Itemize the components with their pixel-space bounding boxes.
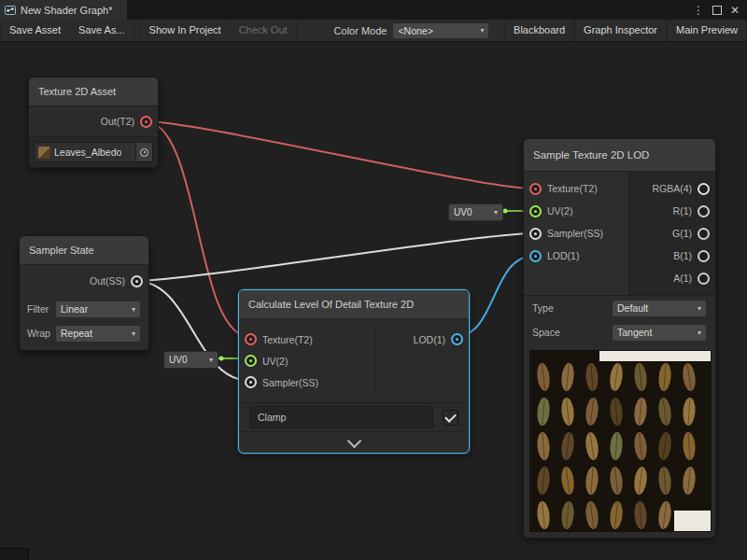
edge-texture-to-sample[interactable]: [145, 121, 534, 189]
port-label-texture: Texture(T2): [262, 334, 313, 345]
port-row: Sampler(SS): [524, 222, 628, 245]
filter-label: Filter: [27, 303, 55, 315]
port-row: B(1): [629, 245, 715, 267]
port-label-out-t2: Out(T2): [101, 116, 134, 127]
output-ports: LOD(1): [374, 329, 469, 393]
shader-graph-icon: [5, 5, 16, 16]
space-label: Space: [532, 327, 612, 338]
input-ports: Texture(T2) UV(2) Sampler(SS): [239, 329, 374, 393]
port-out-lod[interactable]: [451, 333, 463, 345]
type-row: Type Default: [524, 296, 715, 320]
wrap-dropdown[interactable]: Repeat: [55, 325, 141, 343]
port-in-texture[interactable]: [245, 333, 257, 345]
graph-inspector-toggle[interactable]: Graph Inspector: [574, 20, 667, 41]
port-label-out-ss: Out(SS): [90, 275, 125, 287]
node-title: Calculate Level Of Detail Texture 2D: [248, 299, 414, 310]
save-as-button[interactable]: Save As...: [70, 20, 134, 41]
port-label-texture: Texture(T2): [547, 183, 598, 194]
close-icon[interactable]: ✕: [730, 5, 740, 16]
clamp-row: Clamp: [239, 403, 469, 431]
node-header-calculate-lod[interactable]: Calculate Level Of Detail Texture 2D: [239, 290, 469, 319]
window-title: New Shader Graph*: [21, 5, 112, 16]
uv-channel-dropdown-calc[interactable]: UV0: [163, 351, 218, 369]
port-in-texture[interactable]: [529, 183, 542, 195]
port-section: Texture(T2) UV(2) Sampler(SS) LOD(1) RGB…: [524, 172, 715, 296]
kebab-menu-icon[interactable]: ⋮: [693, 5, 704, 16]
port-label-sampler: Sampler(SS): [262, 377, 318, 388]
texture-object-field[interactable]: Leaves_Albedo: [34, 142, 153, 162]
port-in-uv[interactable]: [529, 205, 542, 217]
port-out-b[interactable]: [698, 250, 710, 262]
save-asset-button[interactable]: Save Asset: [0, 20, 70, 41]
window-tab[interactable]: New Shader Graph*: [0, 0, 127, 20]
filter-value: Linear: [61, 303, 88, 315]
port-row: Texture(T2): [524, 177, 628, 200]
node-title: Texture 2D Asset: [38, 86, 116, 97]
port-out-rgba[interactable]: [698, 183, 710, 195]
node-calculate-lod-texture-2d[interactable]: Calculate Level Of Detail Texture 2D Tex…: [238, 289, 470, 454]
chevron-down-icon: [346, 433, 361, 448]
port-row: R(1): [629, 200, 715, 222]
uv-channel-dropdown-sample[interactable]: UV0: [448, 203, 503, 221]
node-header-sampler-state[interactable]: Sampler State: [20, 236, 148, 265]
maximize-icon[interactable]: [712, 6, 722, 15]
texture-name: Leaves_Albedo: [54, 147, 121, 158]
clamp-checkbox[interactable]: [443, 410, 458, 426]
main-preview-toggle[interactable]: Main Preview: [667, 20, 747, 41]
node-title: Sampler State: [29, 245, 94, 256]
uv-wire-dot-sample: [503, 209, 508, 214]
leaves-texture-preview: [530, 351, 711, 531]
clamp-label-well: Clamp: [249, 406, 433, 428]
check-out-button: Check Out: [231, 20, 297, 41]
node-title: Sample Texture 2D LOD: [533, 149, 649, 161]
port-label-g: G(1): [672, 228, 692, 239]
type-dropdown[interactable]: Default: [612, 300, 707, 317]
blackboard-toggle[interactable]: Blackboard: [504, 20, 574, 41]
port-label-r: R(1): [673, 205, 692, 217]
port-out-a[interactable]: [698, 273, 710, 285]
port-label-uv: UV(2): [262, 356, 288, 367]
node-header-sample-lod[interactable]: Sample Texture 2D LOD: [524, 139, 715, 172]
color-mode-label: Color Mode: [329, 25, 393, 36]
port-out-g[interactable]: [698, 228, 710, 240]
port-row: UV(2): [524, 200, 628, 222]
color-mode-value: <None>: [398, 25, 432, 36]
port-row: UV(2): [239, 350, 374, 371]
node-header-texture-2d-asset[interactable]: Texture 2D Asset: [29, 77, 158, 106]
color-mode-dropdown[interactable]: <None>: [392, 22, 489, 39]
wrap-value: Repeat: [61, 328, 92, 339]
port-section: Texture(T2) UV(2) Sampler(SS) LOD(1): [239, 319, 469, 403]
port-out-r[interactable]: [698, 205, 710, 217]
port-in-lod[interactable]: [529, 250, 542, 262]
edge-texture-to-calc[interactable]: [145, 121, 250, 337]
wrap-row: Wrap Repeat: [20, 321, 148, 345]
node-texture-2d-asset[interactable]: Texture 2D Asset Out(T2) Leaves_Albedo: [28, 77, 159, 168]
port-label-b: B(1): [673, 250, 692, 261]
space-dropdown[interactable]: Tangent: [612, 324, 707, 342]
port-out-t2[interactable]: [140, 116, 152, 128]
port-label-a: A(1): [673, 273, 692, 284]
port-in-sampler[interactable]: [245, 376, 257, 388]
clamp-label: Clamp: [258, 412, 286, 423]
texture-thumbnail: [38, 147, 50, 159]
port-label-rgba: RGBA(4): [652, 183, 692, 194]
title-bar: New Shader Graph* ⋮ ✕: [0, 0, 747, 21]
input-ports: Texture(T2) UV(2) Sampler(SS) LOD(1): [524, 172, 628, 295]
uv-channel-value: UV0: [454, 207, 472, 217]
node-sample-texture-2d-lod[interactable]: Sample Texture 2D LOD Texture(T2) UV(2) …: [523, 138, 716, 539]
node-expander[interactable]: [239, 431, 469, 453]
port-out-ss[interactable]: [131, 275, 143, 287]
port-row: Out(SS): [20, 265, 148, 297]
window-controls: ⋮ ✕: [693, 0, 747, 20]
show-in-project-button[interactable]: Show In Project: [140, 20, 231, 41]
object-picker-button[interactable]: [135, 143, 152, 161]
space-row: Space Tangent: [524, 320, 715, 344]
edge-sampler-to-sample[interactable]: [135, 233, 534, 281]
node-preview-image: [529, 350, 712, 532]
filter-dropdown[interactable]: Linear: [55, 301, 141, 318]
toolbar-right-group: Blackboard Graph Inspector Main Preview: [504, 20, 747, 41]
port-row: RGBA(4): [629, 177, 715, 200]
node-sampler-state[interactable]: Sampler State Out(SS) Filter Linear Wrap…: [19, 235, 149, 351]
port-in-uv[interactable]: [245, 355, 257, 367]
port-in-sampler[interactable]: [529, 228, 542, 240]
